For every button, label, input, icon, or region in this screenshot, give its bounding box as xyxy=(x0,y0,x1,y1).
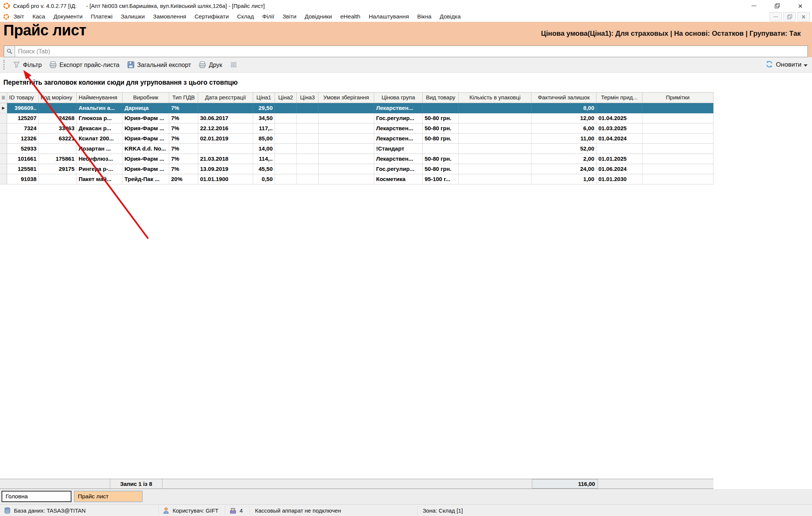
table-cell: Косметика xyxy=(374,174,423,184)
mdi-close-button[interactable]: × xyxy=(797,12,810,21)
menu-item-13[interactable]: Налаштування xyxy=(364,13,413,20)
table-cell: Пакет май... xyxy=(77,174,123,184)
menu-item-4[interactable]: Платежі xyxy=(87,13,117,20)
column-header-9[interactable]: Ціна3 xyxy=(297,93,319,103)
printer-icon xyxy=(199,61,206,68)
minimize-icon xyxy=(773,17,778,17)
mdi-restore-button[interactable] xyxy=(783,12,796,21)
menu-item-7[interactable]: Сертифікати xyxy=(190,13,233,20)
table-cell xyxy=(39,144,77,154)
menu-item-1[interactable]: Звіт xyxy=(9,13,28,20)
table-row[interactable]: 732433463Декасан р...Юрия-Фарм ...7%22.1… xyxy=(0,123,713,134)
table-cell: 125207 xyxy=(7,113,39,123)
table-cell: 01.06.2024 xyxy=(596,164,642,174)
menu-item-6[interactable]: Замовлення xyxy=(149,13,190,20)
toolbar-button-2[interactable]: Експорт прайс-листа xyxy=(46,58,123,71)
column-header-4[interactable]: Виробник xyxy=(123,93,169,103)
column-header-13[interactable]: Кількість в упаковці xyxy=(459,93,531,103)
toolbar-columns-button[interactable] xyxy=(226,58,241,71)
table-cell: !Стандарт xyxy=(374,144,423,154)
table-cell: Гос.регулир... xyxy=(374,164,423,174)
search-box xyxy=(4,46,808,57)
table-cell xyxy=(275,103,297,113)
column-header-2[interactable]: Код моріону xyxy=(39,93,77,103)
restore-icon xyxy=(775,3,780,8)
menu-item-15[interactable]: Довідка xyxy=(436,13,465,20)
table-cell xyxy=(297,134,319,144)
mdi-minimize-button[interactable] xyxy=(770,12,782,21)
search-icon[interactable] xyxy=(4,46,15,57)
table-cell: 01.01.2030 xyxy=(596,174,642,184)
table-row[interactable]: 101661175861Небуфлюз...Юрия-Фарм ...7%21… xyxy=(0,154,713,164)
table-cell: 7% xyxy=(169,103,198,113)
group-by-panel[interactable]: Перетягніть заголовок колонки сюди для у… xyxy=(0,73,812,92)
table-cell: 33463 xyxy=(39,123,77,134)
toolbar-button-3[interactable]: Загальний експорт xyxy=(123,58,195,71)
menu-item-8[interactable]: Склад xyxy=(233,13,258,20)
column-header-14[interactable]: Фактичний залишок xyxy=(531,93,596,103)
table-cell xyxy=(275,134,297,144)
status-segment-2: Користувач: GIFT xyxy=(162,505,219,516)
menu-item-9[interactable]: Філії xyxy=(258,13,278,20)
table-cell: Декасан р... xyxy=(77,123,123,134)
menu-item-11[interactable]: Довідники xyxy=(301,13,336,20)
toolbar-drag-handle[interactable] xyxy=(3,60,5,70)
table-row[interactable]: 12558129175Рингера р-...Юрия-Фарм ...7%1… xyxy=(0,164,713,174)
table-cell: 50-80 грн. xyxy=(423,154,459,164)
search-input[interactable] xyxy=(15,46,807,57)
refresh-button[interactable]: Оновити xyxy=(765,60,807,70)
column-header-11[interactable]: Цінова група xyxy=(374,93,423,103)
column-header-15[interactable]: Термін прид... xyxy=(596,93,642,103)
menu-item-3[interactable]: Документи xyxy=(49,13,87,20)
toolbar-button-1[interactable]: Фільтр xyxy=(9,58,46,71)
table-cell xyxy=(459,113,531,123)
table-cell: 7% xyxy=(169,144,198,154)
column-header-7[interactable]: Ціна1 xyxy=(253,93,275,103)
minimize-button[interactable] xyxy=(742,0,765,11)
window-tab-2[interactable]: Прайс лист xyxy=(74,491,143,502)
column-header-3[interactable]: Найменування xyxy=(77,93,123,103)
close-icon: × xyxy=(798,2,803,10)
column-header-10[interactable]: Умови зберігання xyxy=(319,93,374,103)
menu-items: ЗвітКасаДокументиПлатежіЗалишкиЗамовленн… xyxy=(9,13,465,20)
columns-icon xyxy=(230,61,237,68)
table-row[interactable]: 91038Пакет май...Трейд-Пак ...20%01.01.1… xyxy=(0,174,713,184)
toolbar-button-4[interactable]: Друк xyxy=(195,58,226,71)
table-cell xyxy=(459,103,531,113)
restore-button[interactable] xyxy=(765,0,789,11)
table-cell: 45,50 xyxy=(253,164,275,174)
table-cell: 7% xyxy=(169,154,198,164)
mdi-logo-icon xyxy=(3,14,9,20)
menu-item-10[interactable]: Звіти xyxy=(278,13,301,20)
table-row[interactable]: 52933Лозартан ...KRKA d.d. No...7%14,00!… xyxy=(0,144,713,154)
column-header-16[interactable]: Примітки xyxy=(642,93,713,103)
table-cell: 175861 xyxy=(39,154,77,164)
status-divider xyxy=(250,506,250,515)
table-cell: 01.03.2025 xyxy=(596,123,642,134)
menu-item-5[interactable]: Залишки xyxy=(117,13,149,20)
table-row[interactable]: 1232663221Ксилат 200...Юрия-Фарм ...7%02… xyxy=(0,134,713,144)
menu-item-12[interactable]: eHealth xyxy=(336,13,364,20)
close-button[interactable]: × xyxy=(789,0,812,11)
column-header-12[interactable]: Вид товару xyxy=(423,93,459,103)
column-header-8[interactable]: Ціна2 xyxy=(275,93,297,103)
table-cell: 12,00 xyxy=(531,113,596,123)
table-cell xyxy=(459,164,531,174)
column-header-5[interactable]: Тип ПДВ xyxy=(169,93,198,103)
menu-item-14[interactable]: Вікна xyxy=(413,13,436,20)
menu-item-2[interactable]: Каса xyxy=(28,13,49,20)
table-row[interactable]: 12520724268Глюкоза р...Юрия-Фарм ...7%30… xyxy=(0,113,713,123)
column-header-1[interactable]: ID товару xyxy=(7,93,39,103)
grid-header-row: ≣ID товаруКод моріонуНайменуванняВиробни… xyxy=(0,92,713,103)
refresh-dropdown-caret-icon[interactable] xyxy=(804,64,807,67)
table-cell: 117,.. xyxy=(253,123,275,134)
window-tab-1[interactable]: Головна xyxy=(2,491,71,502)
table-cell: Лекарствен... xyxy=(374,134,423,144)
column-chooser-icon[interactable]: ≣ xyxy=(0,93,7,103)
table-cell xyxy=(319,123,374,134)
table-row[interactable]: ▶396609..Анальгин а...Дарница7%29,50Лека… xyxy=(0,103,713,113)
column-header-6[interactable]: Дата реєстрації xyxy=(198,93,253,103)
table-cell xyxy=(297,144,319,154)
table-cell xyxy=(642,164,713,174)
table-cell xyxy=(319,103,374,113)
